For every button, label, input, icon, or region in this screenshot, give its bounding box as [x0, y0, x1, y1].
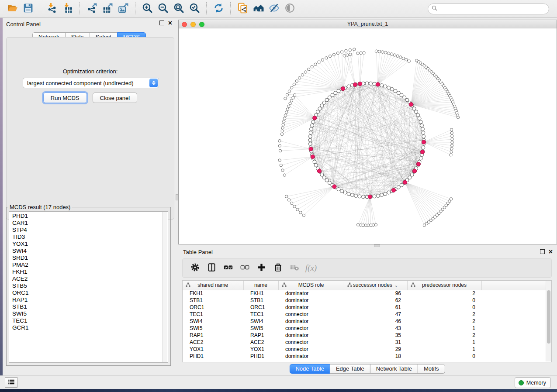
table-cell[interactable]: 61 — [344, 304, 407, 311]
show-details-button[interactable] — [282, 1, 298, 16]
table-cell[interactable]: 1 — [407, 346, 481, 353]
mcds-node-item[interactable]: FKH1 — [12, 268, 162, 275]
mcds-node-item[interactable]: SWI5 — [12, 310, 162, 317]
column-header-name[interactable]: name — [243, 281, 278, 290]
table-cell[interactable]: 35 — [344, 332, 407, 339]
mcds-node-item[interactable]: TID3 — [12, 234, 162, 241]
export-network-button[interactable] — [84, 1, 100, 16]
table-cell[interactable]: PHD1 — [243, 353, 278, 360]
zoom-fit-button[interactable] — [171, 1, 187, 16]
table-cell[interactable]: YOX1 — [183, 346, 243, 353]
table-cell[interactable]: 29 — [344, 346, 407, 353]
mcds-node-item[interactable]: GCR1 — [12, 324, 162, 331]
float-panel-icon[interactable] — [159, 21, 164, 25]
table-cell[interactable]: SWI5 — [183, 325, 243, 332]
show-columns-button[interactable] — [204, 261, 218, 275]
table-cell[interactable]: FKH1 — [183, 290, 243, 297]
mcds-node-item[interactable]: CAR1 — [12, 220, 162, 227]
table-cell[interactable]: TEC1 — [183, 311, 243, 318]
import-network-button[interactable] — [44, 1, 60, 16]
table-row[interactable]: PHD1PHD1dominator180 — [183, 353, 547, 360]
memory-button[interactable]: Memory — [515, 377, 551, 388]
refresh-layout-button[interactable] — [211, 1, 226, 16]
mcds-list-scrollbar[interactable] — [162, 212, 167, 362]
table-cell[interactable]: ORC1 — [183, 304, 243, 311]
column-header-shared-name[interactable]: shared name — [183, 281, 243, 290]
table-cell[interactable]: SWI4 — [183, 318, 243, 325]
table-cell[interactable]: STB1 — [243, 297, 278, 304]
houses-button[interactable] — [250, 1, 266, 16]
table-cell[interactable]: 96 — [344, 290, 407, 297]
column-header-predecessor-nodes[interactable]: predecessor nodes — [407, 281, 481, 290]
mcds-node-item[interactable]: STB5 — [12, 282, 162, 289]
search-field[interactable] — [428, 3, 549, 14]
table-cell[interactable]: 2 — [407, 290, 481, 297]
mcds-node-item[interactable]: YOX1 — [12, 241, 162, 248]
table-cell[interactable]: FKH1 — [243, 290, 278, 297]
show-panels-button[interactable] — [5, 377, 17, 388]
zoom-in-button[interactable] — [139, 1, 155, 16]
delete-column-button[interactable] — [271, 261, 285, 275]
table-cell[interactable]: 18 — [344, 353, 407, 360]
table-cell[interactable]: 0 — [407, 297, 481, 304]
table-cell[interactable]: 46 — [344, 318, 407, 325]
float-panel-icon[interactable] — [540, 249, 545, 254]
table-cell[interactable]: SWI4 — [243, 318, 278, 325]
table-cell[interactable]: PHD1 — [183, 353, 243, 360]
close-panel-button[interactable]: Close panel — [93, 93, 138, 103]
table-cell[interactable]: SWI5 — [243, 325, 278, 332]
table-settings-button[interactable] — [188, 261, 202, 275]
network-window-titlebar[interactable]: YPA_prune.txt_1 — [179, 20, 557, 28]
table-row[interactable]: SWI5SWI5connector431 — [183, 325, 547, 332]
hide-details-button[interactable] — [266, 1, 282, 16]
tab-network-table[interactable]: Network Table — [370, 364, 418, 374]
close-panel-icon[interactable]: × — [168, 18, 172, 28]
table-cell[interactable]: 1 — [407, 325, 481, 332]
tab-edge-table[interactable]: Edge Table — [330, 364, 370, 374]
table-cell[interactable]: connector — [278, 346, 344, 353]
table-row[interactable]: ORC1ORC1dominator610 — [183, 304, 547, 311]
tab-motifs[interactable]: Motifs — [418, 364, 445, 374]
zoom-selected-button[interactable] — [187, 1, 202, 16]
mcds-node-item[interactable]: STB1 — [12, 303, 162, 310]
search-input[interactable] — [440, 6, 545, 12]
table-cell[interactable]: 62 — [344, 297, 407, 304]
table-cell[interactable]: dominator — [278, 332, 344, 339]
table-row[interactable]: FKH1FKH1dominator962 — [183, 290, 547, 297]
table-cell[interactable]: dominator — [278, 353, 344, 360]
mcds-node-item[interactable]: ORC1 — [12, 289, 162, 296]
table-cell[interactable]: connector — [278, 311, 344, 318]
table-cell[interactable]: dominator — [278, 297, 344, 304]
table-cell[interactable]: dominator — [278, 318, 344, 325]
mcds-node-item[interactable]: SWI4 — [12, 248, 162, 254]
table-cell[interactable]: ACE2 — [243, 339, 278, 346]
table-cell[interactable]: 0 — [407, 304, 481, 311]
run-mcds-button[interactable]: Run MCDS — [43, 93, 87, 103]
table-cell[interactable]: connector — [278, 339, 344, 346]
table-cell[interactable]: connector — [278, 325, 344, 332]
network-graph-canvas[interactable] — [179, 28, 557, 244]
table-cell[interactable]: 47 — [344, 311, 407, 318]
criterion-select[interactable]: largest connected component (undirected) — [23, 78, 159, 88]
delete-table-button[interactable] — [287, 261, 301, 275]
table-cell[interactable]: ACE2 — [183, 339, 243, 346]
import-table-button[interactable] — [60, 1, 76, 16]
tab-node-table[interactable]: Node Table — [289, 364, 330, 374]
table-cell[interactable]: RAP1 — [243, 332, 278, 339]
save-session-button[interactable] — [20, 1, 36, 16]
table-row[interactable]: SWI4SWI4dominator462 — [183, 318, 547, 325]
open-file-button[interactable] — [4, 1, 20, 16]
function-builder-button[interactable]: f(x) — [304, 261, 318, 275]
table-scrollbar[interactable] — [546, 281, 551, 361]
table-cell[interactable]: STB1 — [183, 297, 243, 304]
column-header-successor-nodes[interactable]: successor nodes⌄ — [344, 281, 407, 290]
table-row[interactable]: ACE2ACE2connector311 — [183, 339, 547, 346]
deselect-all-button[interactable] — [238, 261, 252, 275]
create-column-button[interactable] — [254, 261, 268, 275]
table-row[interactable]: YOX1YOX1connector291 — [183, 346, 547, 353]
close-panel-icon[interactable]: × — [549, 247, 553, 257]
table-cell[interactable]: 2 — [407, 318, 481, 325]
table-cell[interactable]: dominator — [278, 304, 344, 311]
table-cell[interactable]: 2 — [407, 332, 481, 339]
mcds-node-item[interactable]: PMA2 — [12, 261, 162, 268]
